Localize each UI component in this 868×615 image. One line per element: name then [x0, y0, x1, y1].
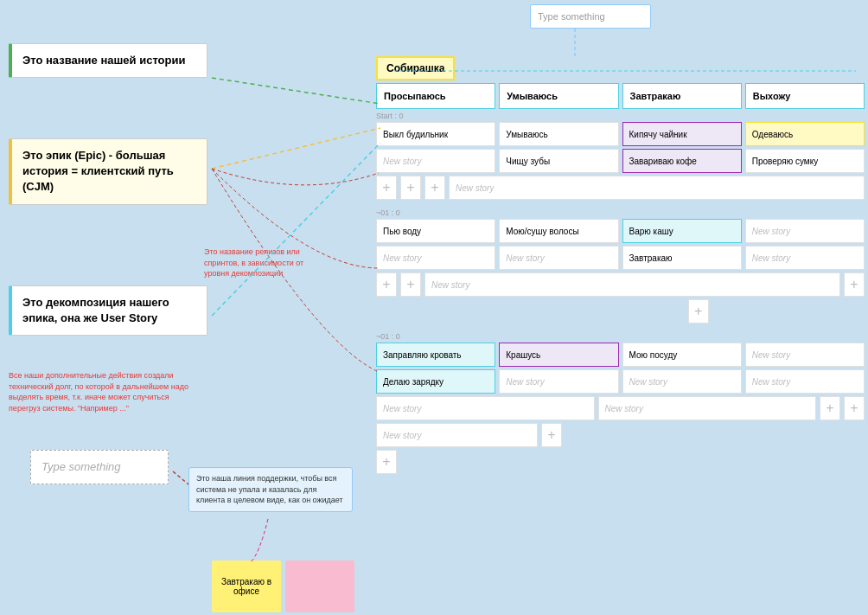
story-cell-new[interactable]: New story — [424, 272, 840, 297]
story-cell-new[interactable]: New story — [745, 343, 865, 367]
epic-cell[interactable]: Собирашка — [376, 56, 455, 80]
story-cell[interactable]: Чищу зубы — [499, 149, 618, 173]
sprint-2-row-0: Пью воду Мою/сушу волосы Варю кашу New s… — [376, 219, 865, 243]
user-story-cell-2[interactable]: Завтракаю — [622, 83, 742, 109]
story-cell[interactable]: Делаю зарядку — [376, 369, 495, 394]
svg-line-1 — [212, 128, 380, 169]
story-title-box: Это название нашей истории — [9, 43, 207, 78]
user-story-cell-3[interactable]: Выхожу — [745, 83, 865, 109]
story-cell-new[interactable]: New story — [622, 369, 742, 394]
sticky-note-yellow[interactable]: Завтракаю в офисе — [212, 561, 281, 612]
story-cell[interactable]: Одеваюсь — [745, 122, 865, 146]
sprint-3-row-3: New story + — [376, 423, 865, 447]
add-story-button[interactable]: + — [400, 272, 421, 297]
sprint-1-row-1: New story Чищу зубы Завариваю кофе Прове… — [376, 149, 865, 173]
add-story-button[interactable]: + — [376, 450, 397, 474]
add-story-button[interactable]: + — [376, 272, 397, 297]
story-cell[interactable]: Мою посуду — [622, 343, 742, 367]
sprint-2-row-3: + — [376, 299, 865, 324]
sprint-3-row-2: New story New story + + — [376, 396, 865, 420]
story-cell[interactable]: Завтракаю — [622, 246, 742, 270]
sprint-3-plus-row: + — [376, 450, 865, 474]
sprint-1-label: Start : 0 — [376, 112, 865, 120]
sticky-note-pink[interactable] — [285, 561, 354, 612]
story-map-grid: Собирашка Просыпаюсь Умываюсь Завтракаю … — [376, 56, 865, 477]
add-story-button[interactable]: + — [844, 396, 865, 420]
story-cell-new[interactable]: New story — [376, 423, 538, 447]
support-line-annotation: Это наша линия поддержки, чтобы вся сист… — [188, 467, 353, 512]
decomp-box: Это декомпозиция нашего эпика, она же Us… — [9, 285, 207, 336]
story-cell[interactable]: Мою/сушу волосы — [499, 219, 618, 243]
add-story-button[interactable]: + — [424, 176, 445, 200]
user-story-cell-0[interactable]: Просыпаюсь — [376, 83, 495, 109]
story-cell[interactable]: Варю кашу — [622, 219, 742, 243]
story-cell-new[interactable]: New story — [376, 396, 595, 420]
sprint-3-label: ~01 : 0 — [376, 332, 865, 341]
story-cell[interactable]: Завариваю кофе — [622, 149, 742, 173]
story-cell-new[interactable]: New story — [745, 219, 865, 243]
story-cell-new[interactable]: New story — [598, 396, 817, 420]
svg-line-0 — [212, 78, 380, 104]
sprint-2: ~01 : 0 Пью воду Мою/сушу волосы Варю ка… — [376, 208, 865, 324]
story-cell-new[interactable]: New story — [745, 246, 865, 270]
story-cell[interactable]: Крашусь — [499, 343, 618, 367]
user-story-row: Просыпаюсь Умываюсь Завтракаю Выхожу — [376, 83, 865, 109]
story-cell[interactable]: Проверяю сумку — [745, 149, 865, 173]
epic-row: Собирашка — [376, 56, 865, 80]
svg-line-3 — [173, 471, 188, 484]
story-cell-new[interactable]: New story — [745, 369, 865, 394]
type-something-box[interactable]: Type something — [30, 450, 169, 484]
story-cell-new[interactable]: New story — [376, 149, 495, 173]
story-cell[interactable]: Заправляю кровать — [376, 343, 495, 367]
type-something-label: Type something — [41, 460, 121, 473]
sprint-3-row-0: Заправляю кровать Крашусь Мою посуду New… — [376, 343, 865, 367]
add-story-button[interactable]: + — [400, 176, 421, 200]
svg-line-2 — [212, 143, 380, 316]
add-story-button[interactable]: + — [376, 176, 397, 200]
sprint-2-label: ~01 : 0 — [376, 208, 865, 217]
story-cell[interactable]: Пью воду — [376, 219, 495, 243]
sprint-2-row-2: + + New story + — [376, 272, 865, 297]
sprint-1: Start : 0 Выкл будильник Умываюсь Кипячу… — [376, 112, 865, 200]
epic-box: Это эпик (Epic) - большая история = клие… — [9, 138, 207, 205]
sprint-2-row-1: New story New story Завтракаю New story — [376, 246, 865, 270]
user-story-cell-1[interactable]: Умываюсь — [499, 83, 618, 109]
top-search-input[interactable] — [530, 4, 651, 29]
add-story-button[interactable]: + — [541, 423, 562, 447]
sprint-3-row-1: Делаю зарядку New story New story New st… — [376, 369, 865, 394]
story-cell[interactable]: Умываюсь — [499, 122, 618, 146]
sprint-1-plus-row: + + + New story — [376, 176, 865, 200]
sprint-1-row-0: Выкл будильник Умываюсь Кипячу чайник Од… — [376, 122, 865, 146]
add-story-button[interactable]: + — [820, 396, 840, 420]
story-cell-new[interactable]: New story — [376, 246, 495, 270]
story-title-text: Это название нашей истории — [22, 54, 185, 67]
story-cell-new[interactable]: New story — [499, 246, 618, 270]
story-cell[interactable]: Выкл будильник — [376, 122, 495, 146]
sprint-3: ~01 : 0 Заправляю кровать Крашусь Мою по… — [376, 332, 865, 474]
story-cell[interactable]: Кипячу чайник — [622, 122, 742, 146]
story-cell-new[interactable]: New story — [449, 176, 865, 200]
story-cell-new[interactable]: New story — [499, 369, 618, 394]
add-story-button[interactable]: + — [844, 272, 865, 297]
epic-text: Это эпик (Epic) - большая история = клие… — [22, 149, 174, 193]
add-story-button[interactable]: + — [688, 299, 709, 324]
sprint-label-annotation: Это название релизов или спринтов, в зав… — [204, 247, 316, 279]
decomp-text: Это декомпозиция нашего эпика, она же Us… — [22, 296, 169, 324]
tech-debt-annotation: Все наши дополнительные действия создали… — [9, 370, 199, 413]
